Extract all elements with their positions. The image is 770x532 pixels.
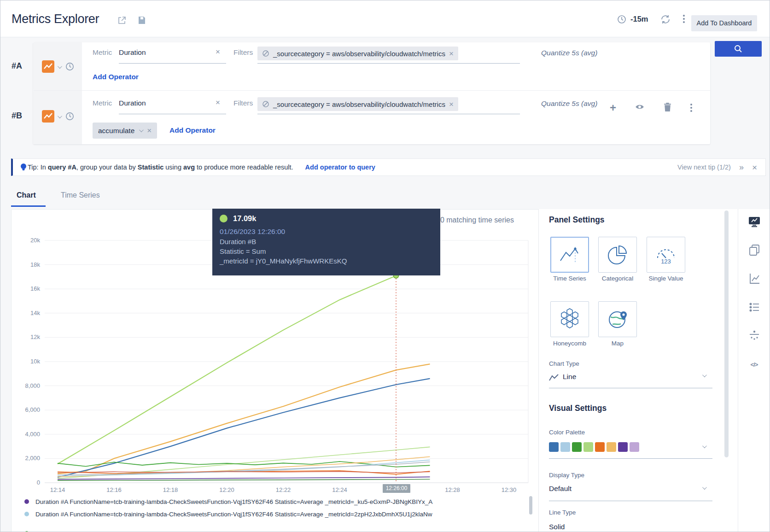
legend-row[interactable]: Duration #A FunctionName=tcb-training-la… [24, 527, 323, 532]
code-icon[interactable] [748, 358, 761, 371]
tab-chart[interactable]: Chart [17, 191, 36, 199]
next-tip-arrows-icon[interactable] [739, 163, 744, 172]
tooltip-metric-id: _metricId = jY0_MHaNykfjFhwWRKEsKQ [220, 257, 433, 265]
page-title: Metrics Explorer [12, 12, 99, 26]
delete-trash-icon[interactable] [663, 102, 672, 114]
svg-text:123: 123 [661, 258, 671, 265]
legend-scrollbar[interactable] [529, 496, 532, 514]
y-axis-tick: 14k [13, 310, 40, 316]
copy-panels-icon[interactable] [748, 244, 761, 257]
time-range-icon[interactable] [617, 14, 627, 24]
legend-text: Duration #A FunctionName=tcb-training-la… [35, 511, 432, 518]
display-settings-icon[interactable] [748, 215, 761, 228]
operator-chip[interactable]: accumulate [93, 123, 157, 139]
chevron-down-icon[interactable] [139, 128, 144, 132]
chevron-down-icon[interactable] [702, 485, 707, 490]
panel-scrollbar[interactable] [724, 210, 729, 457]
palette-swatch[interactable] [560, 442, 570, 452]
metric-label: Metric [93, 48, 112, 57]
remove-operator-icon[interactable] [147, 127, 152, 134]
line-type-select[interactable]: Solid [549, 523, 565, 531]
refresh-icon[interactable] [660, 14, 670, 24]
legend-list-icon[interactable] [748, 301, 761, 314]
save-icon[interactable] [137, 15, 147, 25]
add-to-dashboard-button[interactable]: Add To Dashboard [691, 15, 757, 31]
legend-color-dot [24, 512, 29, 516]
visibility-eye-icon[interactable] [635, 102, 645, 114]
color-palette-label: Color Palette [549, 429, 585, 436]
panel-type-honeycomb[interactable] [550, 301, 589, 337]
add-operator-to-query-link[interactable]: Add operator to query [305, 164, 375, 171]
filters-label: Filters [233, 48, 253, 57]
quantize-label: Quantize 5s (avg) [541, 49, 597, 57]
palette-swatch[interactable] [630, 442, 639, 452]
legend-row[interactable]: Duration #A FunctionName=tcb-training-la… [24, 496, 432, 508]
history-icon[interactable] [65, 62, 75, 73]
legend-row[interactable]: Duration #A FunctionName=tcb-training-la… [24, 508, 432, 520]
legend-text: Duration #A FunctionName=tcb-training-la… [35, 498, 432, 505]
y-axis-tick: 10k [13, 358, 40, 365]
palette-swatch[interactable] [618, 442, 628, 452]
chevron-down-icon[interactable] [58, 64, 62, 69]
metrics-query-icon[interactable] [42, 60, 54, 73]
outlier-icon[interactable] [748, 329, 761, 342]
remove-filter-icon[interactable] [449, 100, 454, 108]
color-palette-swatches[interactable] [549, 442, 639, 452]
panel-type-single-value[interactable]: 123 [647, 237, 685, 273]
map-globe-icon [606, 308, 629, 331]
visual-settings-title: Visual Settings [549, 403, 607, 413]
panel-type-label: Time Series [548, 275, 592, 282]
view-next-tip-link[interactable]: View next tip (1/2) [677, 164, 731, 171]
clear-metric-icon[interactable] [216, 48, 220, 56]
panel-type-categorical[interactable] [598, 237, 637, 273]
palette-swatch[interactable] [549, 442, 559, 452]
filters-underline [257, 63, 520, 64]
panel-type-label: Map [595, 340, 640, 347]
operator-chip-text: accumulate [98, 127, 134, 135]
close-tip-icon[interactable] [752, 163, 757, 172]
header: Metrics Explorer -15m Add To Dashboard [0, 0, 770, 37]
chart-tooltip: 17.09k 01/26/2023 12:26:00 Duration #B S… [212, 209, 440, 275]
remove-filter-icon[interactable] [449, 50, 454, 58]
run-search-button[interactable] [715, 41, 762, 57]
series-color-dot [220, 215, 228, 222]
panel-type-time-series[interactable] [550, 237, 589, 273]
filter-chip[interactable]: _sourcecategory = aws/observability/clou… [257, 97, 458, 111]
palette-swatch[interactable] [572, 442, 582, 452]
y-axis-tick: 12k [13, 333, 40, 340]
chevron-down-icon[interactable] [702, 373, 707, 377]
exclude-icon [262, 100, 269, 108]
add-operator-link[interactable]: Add Operator [169, 126, 216, 134]
tip-bar: Tip: In query #A, group your data by Sta… [11, 158, 766, 176]
palette-swatch[interactable] [607, 442, 616, 452]
clear-metric-icon[interactable] [216, 99, 220, 106]
share-icon[interactable] [117, 15, 127, 25]
metric-input[interactable]: Duration [119, 99, 146, 107]
chevron-down-icon[interactable] [58, 114, 62, 118]
panel-type-map[interactable] [598, 301, 637, 337]
history-icon[interactable] [65, 111, 75, 123]
panel-type-label: Honeycomb [548, 340, 592, 347]
chart-axes-icon[interactable] [748, 272, 761, 285]
time-range-value[interactable]: -15m [630, 15, 648, 23]
y-axis-tick: 18k [13, 261, 40, 268]
chart-type-select[interactable]: Line [563, 373, 576, 381]
x-axis-tick: 12:18 [152, 486, 189, 493]
metrics-query-icon[interactable] [42, 110, 54, 123]
panel-type-label: Categorical [595, 275, 640, 282]
filter-chip[interactable]: _sourcecategory = aws/observability/clou… [257, 47, 458, 60]
tab-time-series[interactable]: Time Series [61, 191, 100, 199]
metric-input[interactable]: Duration [119, 48, 146, 57]
y-axis-tick: 6,000 [13, 406, 40, 413]
more-menu-icon[interactable] [679, 15, 689, 25]
metric-input-underline [119, 63, 226, 64]
add-operator-link[interactable]: Add Operator [93, 73, 139, 81]
add-query-icon[interactable] [610, 103, 616, 112]
display-type-select[interactable]: Default [549, 485, 572, 493]
row-more-menu-icon[interactable] [690, 104, 692, 112]
palette-swatch[interactable] [583, 442, 593, 452]
palette-swatch[interactable] [595, 442, 605, 452]
x-axis-tick: 12:20 [209, 486, 245, 493]
chevron-down-icon[interactable] [702, 444, 707, 448]
metric-label: Metric [93, 99, 112, 107]
